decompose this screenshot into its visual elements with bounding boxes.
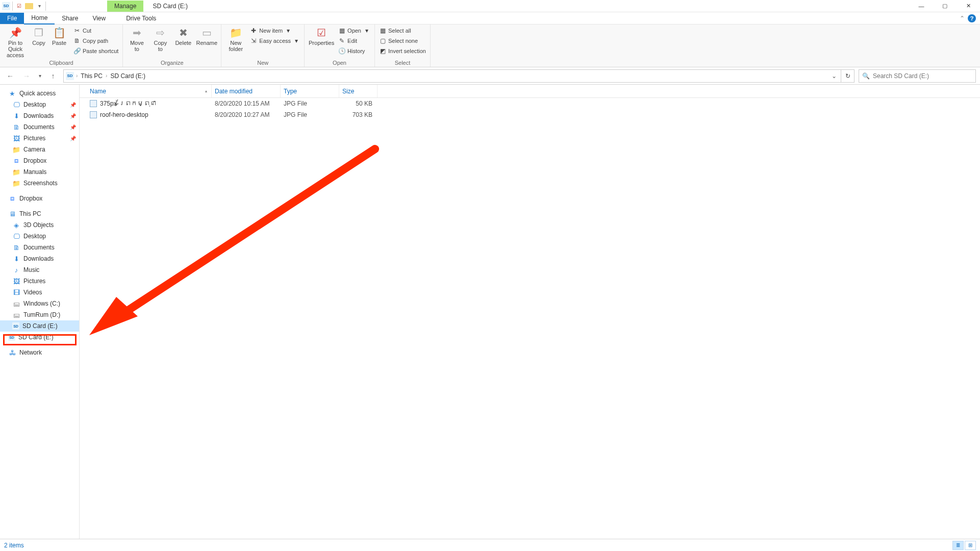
nav-pc-documents[interactable]: 🗎Documents	[0, 242, 79, 253]
nav-3d-objects[interactable]: ◈3D Objects	[0, 219, 79, 231]
nav-downloads[interactable]: ⬇Downloads📌	[0, 110, 79, 121]
copy-to-button[interactable]: ⇨Copy to	[149, 26, 171, 53]
thumbnails-view-button[interactable]: ⊞	[965, 541, 976, 550]
qat-dropdown-icon[interactable]: ▾	[35, 2, 43, 10]
minimize-button[interactable]: —	[910, 0, 933, 12]
new-folder-button[interactable]: 📁New folder	[224, 26, 247, 53]
nav-manuals[interactable]: 📁Manuals	[0, 166, 79, 178]
new-item-button[interactable]: ✚New item▾	[249, 26, 301, 36]
nav-pc-desktop[interactable]: 🖵Desktop	[0, 231, 79, 242]
address-bar[interactable]: SD › This PC › SD Card (E:) ⌄	[63, 69, 841, 83]
move-to-button[interactable]: ➡Move to	[126, 26, 147, 53]
search-field[interactable]	[873, 72, 972, 80]
pin-to-quick-access-button[interactable]: 📌 Pin to Quick access	[3, 26, 28, 59]
titlebar: SD ☑ ▾ Manage SD Card (E:) — ▢ ✕	[0, 0, 980, 12]
nav-videos[interactable]: 🎞Videos	[0, 287, 79, 298]
edit-button[interactable]: ✎Edit	[337, 36, 371, 46]
refresh-button[interactable]: ↻	[841, 69, 855, 83]
tab-share[interactable]: Share	[55, 13, 85, 24]
chevron-right-icon[interactable]: ›	[106, 73, 107, 79]
edit-label: Edit	[347, 38, 357, 44]
forward-button[interactable]: →	[20, 70, 33, 82]
cut-button[interactable]: ✂Cut	[72, 26, 119, 36]
image-file-icon	[90, 111, 97, 118]
star-icon: ★	[8, 89, 16, 97]
edit-icon: ✎	[338, 37, 345, 44]
open-button[interactable]: ▦Open▾	[337, 26, 371, 36]
nav-this-pc[interactable]: 🖥This PC	[0, 208, 79, 219]
column-type[interactable]: Type	[281, 85, 339, 97]
pin-icon: 📌	[70, 113, 76, 119]
navigation-pane[interactable]: ★Quick access 🖵Desktop📌 ⬇Downloads📌 🗎Doc…	[0, 85, 80, 539]
open-label: Open	[347, 28, 361, 34]
chevron-right-icon[interactable]: ›	[76, 73, 78, 79]
paste-shortcut-button[interactable]: 🔗Paste shortcut	[72, 46, 119, 56]
back-button[interactable]: ←	[4, 70, 16, 82]
nav-drive-c[interactable]: 🖴Windows (C:)	[0, 298, 79, 309]
nav-label: Quick access	[19, 90, 56, 97]
copy-path-button[interactable]: 🗎Copy path	[72, 36, 119, 46]
image-file-icon	[90, 100, 97, 107]
nav-pc-downloads[interactable]: ⬇Downloads	[0, 253, 79, 264]
pin-icon: 📌	[70, 102, 76, 108]
tab-drive-tools[interactable]: Drive Tools	[119, 13, 163, 24]
delete-button[interactable]: ✖Delete	[173, 26, 193, 47]
invert-selection-button[interactable]: ◩Invert selection	[378, 46, 427, 56]
nav-network[interactable]: 🖧Network	[0, 347, 79, 358]
address-dropdown-icon[interactable]: ⌄	[830, 72, 839, 80]
properties-label: Properties	[309, 40, 334, 46]
sd-card-icon: SD	[12, 322, 19, 330]
copy-button[interactable]: ❐ Copy	[30, 26, 48, 47]
checkmark-icon[interactable]: ☑	[15, 2, 23, 10]
column-size[interactable]: Size	[339, 85, 378, 97]
manage-contextual-tab[interactable]: Manage	[107, 1, 143, 12]
nav-music[interactable]: ♪Music	[0, 264, 79, 276]
nav-sd-card-e-2[interactable]: SDSD Card (E:)	[0, 332, 79, 343]
nav-dropbox[interactable]: ⧈Dropbox	[0, 193, 79, 204]
history-button[interactable]: 🕓History	[337, 46, 371, 56]
nav-dropbox-folder[interactable]: ⧈Dropbox	[0, 155, 79, 166]
file-row[interactable]: 375px-ព្រែកម្ពុជា 8/20/2020 10:15 AM JPG…	[80, 98, 980, 109]
up-button[interactable]: ↑	[47, 70, 59, 82]
paste-icon: 📋	[53, 27, 65, 39]
details-view-button[interactable]: ≣	[952, 541, 964, 550]
nav-desktop[interactable]: 🖵Desktop📌	[0, 99, 79, 110]
file-row[interactable]: roof-hero-desktop 8/20/2020 10:27 AM JPG…	[80, 109, 980, 120]
select-none-button[interactable]: ▢Select none	[378, 36, 427, 46]
nav-pc-pictures[interactable]: 🖼Pictures	[0, 276, 79, 287]
nav-label: Music	[23, 266, 39, 273]
column-name[interactable]: Name▴	[87, 85, 212, 97]
breadcrumb-this-pc[interactable]: This PC	[80, 72, 104, 80]
nav-quick-access[interactable]: ★Quick access	[0, 88, 79, 99]
properties-button[interactable]: ☑Properties	[308, 26, 335, 47]
dropbox-icon: ⧈	[12, 157, 20, 165]
drive-icon: 🖴	[12, 311, 20, 319]
paste-button[interactable]: 📋 Paste	[50, 26, 68, 47]
rename-button[interactable]: ▭Rename	[195, 26, 218, 47]
maximize-button[interactable]: ▢	[933, 0, 957, 12]
help-icon[interactable]: ?	[968, 14, 976, 22]
nav-screenshots[interactable]: 📁Screenshots	[0, 178, 79, 189]
tab-home[interactable]: Home	[24, 12, 55, 24]
select-all-button[interactable]: ▦Select all	[378, 26, 427, 36]
col-label: Size	[342, 88, 354, 95]
delete-label: Delete	[175, 40, 191, 46]
tab-view[interactable]: View	[85, 13, 113, 24]
tab-file[interactable]: File	[0, 13, 24, 24]
nav-documents[interactable]: 🗎Documents📌	[0, 121, 79, 133]
ribbon-collapse-icon[interactable]: ⌃	[960, 15, 965, 22]
column-date[interactable]: Date modified	[212, 85, 281, 97]
folder-icon[interactable]	[25, 3, 33, 9]
drive-icon: 🖴	[12, 299, 20, 308]
easy-access-button[interactable]: ⇲Easy access▾	[249, 36, 301, 46]
nav-pictures[interactable]: 🖼Pictures📌	[0, 133, 79, 144]
breadcrumb-sd-card[interactable]: SD Card (E:)	[109, 72, 146, 80]
recent-dropdown[interactable]: ▾	[37, 70, 43, 82]
nav-camera[interactable]: 📁Camera	[0, 144, 79, 155]
desktop-icon: 🖵	[12, 232, 20, 240]
search-input[interactable]: 🔍	[859, 69, 976, 83]
downloads-icon: ⬇	[12, 112, 20, 120]
close-button[interactable]: ✕	[957, 0, 980, 12]
nav-drive-d[interactable]: 🖴TumRum (D:)	[0, 309, 79, 320]
nav-sd-card-e[interactable]: SDSD Card (E:)	[0, 320, 79, 332]
